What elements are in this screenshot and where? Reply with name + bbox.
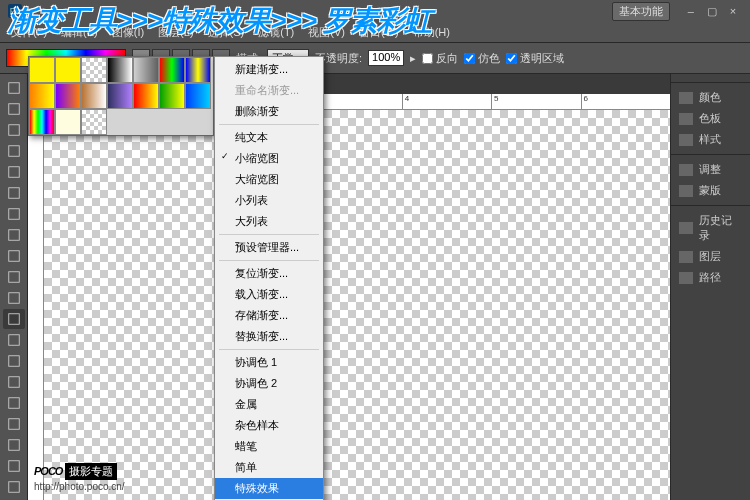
- wand-tool[interactable]: [3, 141, 25, 161]
- svg-rect-16: [8, 419, 19, 430]
- gradient-picker-flyout-menu: 新建渐变...重命名渐变...删除渐变纯文本小缩览图大缩览图小列表大列表预设管理…: [214, 56, 324, 500]
- flyout-item[interactable]: 删除渐变: [215, 101, 323, 122]
- gradient-swatch[interactable]: [29, 109, 55, 135]
- gradient-swatch[interactable]: [185, 83, 211, 109]
- eyedropper-tool[interactable]: [3, 183, 25, 203]
- pen-tool[interactable]: [3, 372, 25, 392]
- panel-swatches[interactable]: 颜色: [671, 87, 750, 108]
- type-tool[interactable]: [3, 393, 25, 413]
- svg-rect-18: [8, 461, 19, 472]
- opacity-input[interactable]: 100%: [368, 50, 404, 66]
- flyout-item[interactable]: 纯文本: [215, 127, 323, 148]
- flyout-item[interactable]: 金属: [215, 394, 323, 415]
- svg-rect-8: [8, 251, 19, 262]
- gradient-tool[interactable]: [3, 309, 25, 329]
- blur-tool[interactable]: [3, 330, 25, 350]
- svg-rect-2: [8, 125, 19, 136]
- flyout-item[interactable]: 简单: [215, 457, 323, 478]
- shape-tool[interactable]: [3, 435, 25, 455]
- flyout-item[interactable]: 协调色 1: [215, 352, 323, 373]
- svg-rect-7: [8, 230, 19, 241]
- gradient-swatch[interactable]: [55, 83, 81, 109]
- gradient-swatch[interactable]: [81, 109, 107, 135]
- gradient-swatch[interactable]: [81, 57, 107, 83]
- gradient-swatch[interactable]: [107, 57, 133, 83]
- gradient-swatch[interactable]: [133, 57, 159, 83]
- swatches-icon: [679, 113, 693, 125]
- swatches-icon: [679, 92, 693, 104]
- flyout-item[interactable]: 复位渐变...: [215, 263, 323, 284]
- panel-mask[interactable]: 蒙版: [671, 180, 750, 201]
- svg-rect-5: [8, 188, 19, 199]
- reverse-checkbox[interactable]: 反向: [422, 51, 458, 66]
- svg-rect-12: [8, 335, 19, 346]
- gradient-picker-popup: ▸: [28, 56, 214, 136]
- svg-rect-10: [8, 293, 19, 304]
- gradient-swatch[interactable]: [185, 57, 211, 83]
- flyout-item: 重命名渐变...: [215, 80, 323, 101]
- lasso-tool[interactable]: [3, 120, 25, 140]
- heal-tool[interactable]: [3, 204, 25, 224]
- styles-icon: [679, 134, 693, 146]
- gradient-swatch[interactable]: [81, 83, 107, 109]
- svg-rect-15: [8, 398, 19, 409]
- panel-layers[interactable]: 图层: [671, 246, 750, 267]
- flyout-item[interactable]: 杂色样本: [215, 415, 323, 436]
- flyout-item[interactable]: 大列表: [215, 211, 323, 232]
- svg-rect-11: [8, 314, 19, 325]
- svg-rect-3: [8, 146, 19, 157]
- gradient-swatch[interactable]: [29, 57, 55, 83]
- crop-tool[interactable]: [3, 162, 25, 182]
- flyout-item[interactable]: 存储渐变...: [215, 305, 323, 326]
- path-tool[interactable]: [3, 414, 25, 434]
- paths-icon: [679, 272, 693, 284]
- watermark: POCO 摄影专题 http://photo.poco.cn/: [34, 461, 125, 492]
- toolbox: [0, 74, 28, 500]
- brush-tool[interactable]: [3, 225, 25, 245]
- dither-checkbox[interactable]: 仿色: [464, 51, 500, 66]
- gradient-swatch[interactable]: [55, 57, 81, 83]
- canvas-area: 未标题-1 @ ... × 0123456: [28, 74, 670, 500]
- gradient-swatch[interactable]: [159, 83, 185, 109]
- flyout-item[interactable]: 协调色 2: [215, 373, 323, 394]
- panel-dock: 颜色色板样式调整蒙版历史记录图层路径: [670, 74, 750, 500]
- flyout-item[interactable]: 特殊效果: [215, 478, 323, 499]
- svg-rect-1: [8, 104, 19, 115]
- flyout-item[interactable]: 蜡笔: [215, 436, 323, 457]
- flyout-item[interactable]: 载入渐变...: [215, 284, 323, 305]
- adjust-icon: [679, 164, 693, 176]
- gradient-swatch[interactable]: [55, 109, 81, 135]
- svg-rect-19: [8, 482, 19, 493]
- panel-swatches[interactable]: 色板: [671, 108, 750, 129]
- flyout-item[interactable]: 小列表: [215, 190, 323, 211]
- zoom-tool[interactable]: [3, 477, 25, 497]
- gradient-swatch[interactable]: [133, 83, 159, 109]
- flyout-item[interactable]: 大缩览图: [215, 169, 323, 190]
- panel-paths[interactable]: 路径: [671, 267, 750, 288]
- svg-rect-6: [8, 209, 19, 220]
- panel-styles[interactable]: 样式: [671, 129, 750, 150]
- svg-rect-13: [8, 356, 19, 367]
- tutorial-overlay-text: 渐变工具>>>特殊效果>>> 罗素彩虹: [0, 0, 750, 42]
- mask-icon: [679, 185, 693, 197]
- gradient-swatch[interactable]: [159, 57, 185, 83]
- gradient-swatch[interactable]: [29, 83, 55, 109]
- dodge-tool[interactable]: [3, 351, 25, 371]
- svg-rect-4: [8, 167, 19, 178]
- panel-adjust[interactable]: 调整: [671, 159, 750, 180]
- flyout-item[interactable]: 替换渐变...: [215, 326, 323, 347]
- transparency-checkbox[interactable]: 透明区域: [506, 51, 564, 66]
- history-brush-tool[interactable]: [3, 267, 25, 287]
- marquee-tool[interactable]: [3, 99, 25, 119]
- gradient-swatch[interactable]: [107, 83, 133, 109]
- flyout-item[interactable]: 小缩览图: [215, 148, 323, 169]
- flyout-item[interactable]: 预设管理器...: [215, 237, 323, 258]
- hand-tool[interactable]: [3, 456, 25, 476]
- canvas-transparency-checkerboard[interactable]: [44, 110, 670, 500]
- move-tool[interactable]: [3, 78, 25, 98]
- svg-rect-17: [8, 440, 19, 451]
- stamp-tool[interactable]: [3, 246, 25, 266]
- eraser-tool[interactable]: [3, 288, 25, 308]
- flyout-item[interactable]: 新建渐变...: [215, 59, 323, 80]
- panel-history[interactable]: 历史记录: [671, 210, 750, 246]
